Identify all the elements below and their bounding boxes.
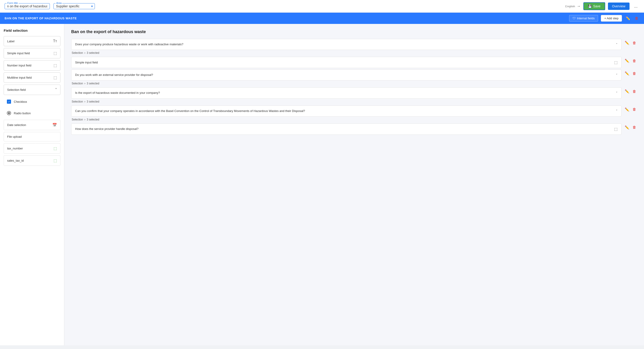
radio-icon <box>7 111 11 115</box>
question-card[interactable]: How does the service provider handle dis… <box>71 123 622 135</box>
row-delete-button[interactable]: 🗑 <box>632 89 637 95</box>
row-delete-button[interactable]: 🗑 <box>632 124 637 130</box>
row-actions: ✏️ 🗑 <box>624 87 637 95</box>
selection-count: 3 selected <box>86 118 99 121</box>
area-group: Area Supplier specific General Customer … <box>54 3 95 9</box>
internal-fields-icon: 🛡 <box>572 17 576 20</box>
question-chevron-icon: ˅ <box>616 91 618 95</box>
language-from: English <box>565 5 575 8</box>
field-selection-title: Field selection <box>4 29 60 33</box>
selection-info: Selection › 3 selected <box>71 118 637 121</box>
add-step-label: + Add step <box>604 17 618 20</box>
more-options-button[interactable]: ... <box>632 3 640 10</box>
table-row: Can you confirm that your company operat… <box>71 106 637 117</box>
question-card[interactable]: Simple input field ⬚ <box>71 57 622 68</box>
question-card[interactable]: Can you confirm that your company operat… <box>71 106 622 117</box>
step-bar: BAN ON THE EXPORT OF HAZARDOUS WASTE 🛡 I… <box>0 13 644 24</box>
area-chevron-icon: ▾ <box>91 4 93 8</box>
selection-count: 3 selected <box>86 82 99 85</box>
field-item-label: Date selection <box>7 123 52 127</box>
input-field-icon: ⬚ <box>614 60 618 65</box>
question-card[interactable]: Is the export of hazardous waste documen… <box>71 87 622 98</box>
selection-arrow-icon: › <box>84 100 85 103</box>
field-selection-panel: Field selection Label Tт Simple input fi… <box>0 24 64 345</box>
list-item[interactable]: Selection field ˅ <box>4 85 60 95</box>
list-item[interactable]: tax_number ⬚ <box>4 143 60 154</box>
language-arrow: → <box>577 4 580 8</box>
step-title: BAN ON THE EXPORT OF HAZARDOUS WASTE <box>4 17 77 20</box>
list-item[interactable]: sales_tax_id ⬚ <box>4 155 60 166</box>
list-item[interactable]: Multiline input field ⬚ <box>4 72 60 83</box>
more-options-icon: ... <box>634 4 638 9</box>
field-item-label: File upload <box>7 135 57 138</box>
question-text: Can you confirm that your company operat… <box>75 109 614 113</box>
row-edit-button[interactable]: ✏️ <box>624 124 630 131</box>
row-delete-button[interactable]: 🗑 <box>632 106 637 112</box>
field-item-label: sales_tax_id <box>7 159 54 162</box>
overview-button-label: Overview <box>612 4 626 8</box>
field-item-label: tax_number <box>7 147 54 150</box>
edit-step-button[interactable]: ✏️ <box>625 15 631 21</box>
selection-arrow-icon: › <box>84 118 85 121</box>
list-item[interactable]: Label Tт <box>4 36 60 46</box>
row-delete-button[interactable]: 🗑 <box>632 71 637 77</box>
row-edit-button[interactable]: ✏️ <box>624 58 630 64</box>
selection-label: Selection <box>72 51 83 55</box>
form-title-input[interactable] <box>7 4 47 8</box>
list-item[interactable]: Radio button <box>4 108 60 118</box>
language-area: English → <box>565 4 580 8</box>
calendar-icon: 📅 <box>52 123 57 127</box>
label-icon: Tт <box>53 39 57 43</box>
input-field-icon: ⬚ <box>614 127 618 131</box>
selection-label: Selection <box>72 100 83 103</box>
question-chevron-icon: ˅ <box>616 109 618 113</box>
list-item[interactable]: Date selection 📅 <box>4 120 60 130</box>
question-card[interactable]: Does your company produce hazardous wast… <box>71 39 622 50</box>
selection-count: 3 selected <box>86 100 99 103</box>
row-actions: ✏️ 🗑 <box>624 70 637 77</box>
field-item-label: Multiline input field <box>7 76 54 79</box>
delete-step-icon: 🗑 <box>635 16 638 20</box>
question-chevron-icon: ˅ <box>616 43 618 46</box>
save-button[interactable]: 💾 Save <box>583 2 605 10</box>
list-item[interactable]: File upload <box>4 132 60 141</box>
row-edit-button[interactable]: ✏️ <box>624 40 630 46</box>
field-item-label: Checkbox <box>14 100 27 104</box>
table-row: Does your company produce hazardous wast… <box>71 39 637 50</box>
row-delete-button[interactable]: 🗑 <box>632 58 637 64</box>
field-item-label: Number input field <box>7 64 54 67</box>
list-item[interactable]: Simple input field ⬚ <box>4 48 60 58</box>
list-item[interactable]: Checkbox <box>4 97 60 106</box>
row-delete-button[interactable]: 🗑 <box>632 40 637 46</box>
field-item-label: Simple input field <box>7 52 54 55</box>
selection-info: Selection › 3 selected <box>71 82 637 85</box>
internal-fields-button[interactable]: 🛡 Internal fields <box>569 15 598 22</box>
selection-arrow-icon: › <box>84 51 85 55</box>
list-item[interactable]: Number input field ⬚ <box>4 60 60 71</box>
table-row: Simple input field ⬚ ✏️ 🗑 <box>71 57 637 68</box>
overview-button[interactable]: Overview <box>608 3 630 10</box>
row-edit-button[interactable]: ✏️ <box>624 88 630 95</box>
row-actions: ✏️ 🗑 <box>624 106 637 113</box>
question-card[interactable]: Do you work with an external service pro… <box>71 70 622 81</box>
delete-step-button[interactable]: 🗑 <box>634 16 640 21</box>
add-step-button[interactable]: + Add step <box>601 15 622 22</box>
table-row: Do you work with an external service pro… <box>71 70 637 81</box>
question-text: How does the service provider handle dis… <box>75 127 612 131</box>
row-edit-button[interactable]: ✏️ <box>624 106 630 113</box>
input-icon: ⬚ <box>54 51 57 55</box>
number-icon: ⬚ <box>54 63 57 68</box>
selection-arrow-icon: › <box>84 82 85 85</box>
multiline-icon: ⬚ <box>54 75 57 80</box>
edit-step-icon: ✏️ <box>626 16 630 20</box>
selection-label: Selection <box>72 82 83 85</box>
form-title-label: Form title <box>7 2 18 4</box>
question-chevron-icon: ˅ <box>616 73 618 77</box>
form-title-group: Form title <box>4 3 50 9</box>
save-icon: 💾 <box>588 4 592 8</box>
sales-tax-icon: ⬚ <box>54 158 57 163</box>
area-select[interactable]: Supplier specific General Customer speci… <box>56 4 88 8</box>
row-edit-button[interactable]: ✏️ <box>624 70 630 77</box>
form-canvas: Ban on the export of hazardous waste Doe… <box>64 24 644 345</box>
selection-info: Selection › 3 selected <box>71 100 637 103</box>
